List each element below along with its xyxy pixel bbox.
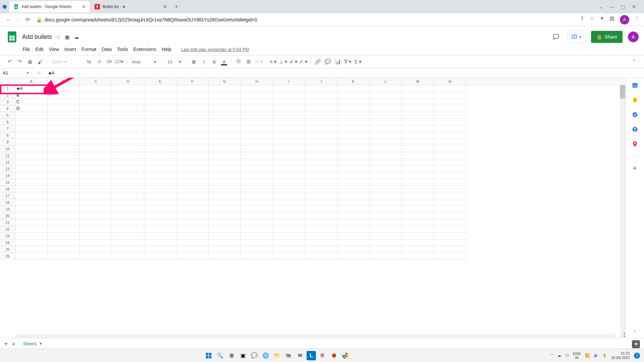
search-button[interactable]: 🔍 — [215, 351, 225, 360]
insert-chart-button[interactable]: 📊 — [333, 57, 342, 66]
cell[interactable] — [370, 119, 402, 125]
tray-security-icon[interactable]: 🛡 — [565, 354, 569, 358]
cell[interactable] — [144, 112, 176, 119]
cell[interactable] — [337, 233, 370, 239]
cell[interactable] — [305, 186, 337, 192]
cell[interactable] — [209, 172, 241, 179]
cell[interactable] — [305, 246, 337, 253]
cell[interactable] — [434, 145, 466, 152]
cell[interactable] — [402, 233, 434, 239]
cell[interactable] — [402, 145, 434, 152]
cell[interactable] — [273, 246, 305, 253]
column-header[interactable]: A — [15, 78, 48, 85]
row-header[interactable]: 11 — [0, 152, 15, 159]
cell[interactable] — [241, 253, 273, 259]
insert-link-button[interactable]: 🔗 — [313, 57, 322, 66]
cell[interactable] — [305, 192, 337, 199]
cell[interactable] — [112, 239, 144, 246]
cell[interactable] — [15, 179, 48, 186]
collapse-toolbar-button[interactable]: ⌃ — [630, 57, 639, 66]
wifi-icon[interactable]: 📶 — [585, 353, 590, 358]
row-header[interactable]: 18 — [0, 199, 15, 206]
cell[interactable] — [273, 219, 305, 226]
cell[interactable] — [112, 132, 144, 139]
cell[interactable] — [273, 92, 305, 99]
widgets-button[interactable]: ▣ — [238, 351, 248, 360]
cell[interactable] — [434, 226, 466, 233]
notification-badge[interactable]: 3 — [634, 353, 640, 359]
chrome-icon[interactable] — [341, 351, 350, 360]
cell[interactable] — [434, 105, 466, 112]
cell[interactable] — [273, 139, 305, 145]
profile-avatar[interactable]: A — [620, 15, 629, 24]
menu-extensions[interactable]: Extensions — [131, 46, 158, 53]
row-header[interactable]: 21 — [0, 219, 15, 226]
language-indicator[interactable]: ENG — [573, 352, 581, 356]
cell[interactable] — [176, 172, 209, 179]
tab-search-icon[interactable]: ⌄ — [599, 4, 603, 9]
row-header[interactable]: 8 — [0, 132, 15, 139]
cell[interactable] — [370, 159, 402, 166]
cell[interactable] — [305, 179, 337, 186]
cell[interactable] — [48, 199, 80, 206]
cell[interactable] — [48, 206, 80, 213]
cell[interactable] — [176, 179, 209, 186]
cell[interactable] — [15, 226, 48, 233]
cell[interactable] — [176, 213, 209, 219]
cell[interactable] — [273, 192, 305, 199]
cell[interactable] — [434, 125, 466, 132]
cell[interactable] — [434, 92, 466, 99]
row-header[interactable]: 12 — [0, 159, 15, 166]
cell[interactable] — [80, 105, 112, 112]
add-addon-icon[interactable]: + — [632, 164, 638, 171]
cell[interactable] — [15, 206, 48, 213]
cell[interactable] — [48, 119, 80, 125]
cell[interactable]: ◈A — [15, 85, 48, 92]
cell[interactable] — [176, 119, 209, 125]
calendar-icon[interactable]: 31 — [632, 82, 638, 88]
cell[interactable] — [48, 112, 80, 119]
cell[interactable] — [80, 152, 112, 159]
cell[interactable] — [112, 199, 144, 206]
cell[interactable] — [144, 159, 176, 166]
cell[interactable]: D — [15, 105, 48, 112]
cell[interactable] — [15, 233, 48, 239]
redo-button[interactable]: ↷ — [15, 57, 24, 66]
close-tab-icon[interactable]: ✕ — [163, 4, 167, 9]
cell[interactable] — [402, 132, 434, 139]
cell[interactable] — [370, 246, 402, 253]
cell[interactable] — [15, 213, 48, 219]
row-header[interactable]: 25 — [0, 246, 15, 253]
cell[interactable] — [112, 145, 144, 152]
cell[interactable] — [402, 112, 434, 119]
format-percent-button[interactable]: % — [85, 57, 93, 66]
browser-tab-inactive[interactable]: Bullet list - ➤ ✕ — [91, 1, 171, 12]
cell[interactable] — [112, 112, 144, 119]
cell[interactable] — [305, 119, 337, 125]
app-l-icon[interactable]: L — [307, 351, 316, 360]
cell[interactable] — [209, 152, 241, 159]
cell[interactable] — [370, 125, 402, 132]
cell[interactable] — [241, 226, 273, 233]
cell[interactable] — [48, 159, 80, 166]
cell[interactable] — [370, 85, 402, 92]
cell[interactable] — [80, 226, 112, 233]
cell[interactable] — [15, 139, 48, 145]
share-page-icon[interactable]: ⇪ — [580, 15, 584, 24]
cell[interactable] — [48, 105, 80, 112]
cell[interactable] — [305, 239, 337, 246]
cell[interactable] — [273, 226, 305, 233]
cell[interactable] — [337, 226, 370, 233]
cell[interactable] — [112, 192, 144, 199]
minimize-button[interactable]: — — [609, 4, 614, 9]
explore-button[interactable]: ✦ — [632, 340, 640, 348]
new-tab-button[interactable]: + — [172, 2, 181, 11]
cell[interactable] — [176, 226, 209, 233]
cell[interactable] — [209, 219, 241, 226]
cell[interactable] — [176, 206, 209, 213]
cell[interactable] — [273, 85, 305, 92]
cell[interactable] — [144, 105, 176, 112]
contacts-icon[interactable] — [632, 126, 638, 133]
cell[interactable] — [209, 166, 241, 172]
cell[interactable] — [273, 99, 305, 105]
